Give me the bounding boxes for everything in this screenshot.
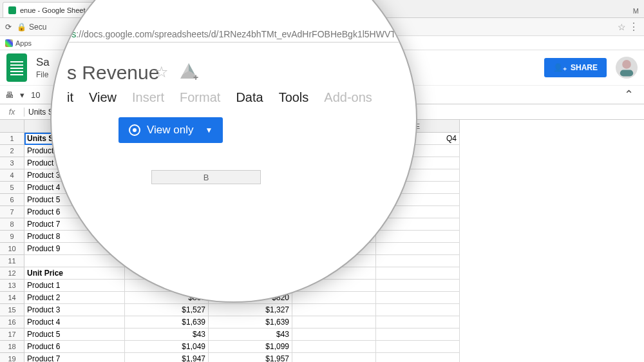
cell[interactable] xyxy=(292,157,376,169)
profile-letter[interactable]: M xyxy=(633,7,639,15)
row-header[interactable]: 4 xyxy=(0,169,24,182)
cell[interactable]: $1,947 xyxy=(125,353,209,362)
cell[interactable]: $914 xyxy=(125,280,209,292)
browser-tab-active[interactable]: enue - Google Sheet × xyxy=(3,2,101,17)
cell[interactable] xyxy=(376,169,460,182)
cell[interactable]: Q4 xyxy=(376,133,460,145)
cell[interactable] xyxy=(292,329,376,341)
cell[interactable]: $1,049 xyxy=(125,341,209,353)
cell[interactable] xyxy=(209,133,292,145)
cell[interactable] xyxy=(292,218,376,231)
cell[interactable] xyxy=(209,157,292,169)
cell[interactable] xyxy=(292,304,376,316)
row-header[interactable]: 11 xyxy=(0,255,24,267)
cell[interactable] xyxy=(209,267,292,280)
cell[interactable] xyxy=(209,255,292,267)
browser-tab-inactive[interactable]: Product Inventory - Google Sh… × xyxy=(102,2,225,17)
cell[interactable]: Product 3 xyxy=(24,304,125,316)
cell[interactable] xyxy=(292,280,376,292)
row-header[interactable]: 9 xyxy=(0,231,24,243)
document-title[interactable]: Sa xyxy=(36,56,50,69)
cell[interactable]: Product 9 xyxy=(24,243,125,255)
cell[interactable]: 6841 xyxy=(209,231,292,243)
cell[interactable] xyxy=(125,255,209,267)
cell[interactable]: Product 2 xyxy=(24,157,125,169)
zoom-level[interactable]: 10 xyxy=(31,90,40,100)
cell[interactable]: 7544 xyxy=(209,206,292,218)
collapse-toolbar-icon[interactable]: ⌃ xyxy=(624,88,634,102)
cell[interactable] xyxy=(376,157,460,169)
close-icon[interactable]: × xyxy=(214,5,220,15)
cell[interactable]: $1,639 xyxy=(125,316,209,329)
cell[interactable]: Product 1 xyxy=(24,280,125,292)
cell[interactable]: 8357 xyxy=(209,218,292,231)
cell[interactable]: $1,327 xyxy=(209,304,292,316)
cell[interactable]: Product 1 xyxy=(24,145,125,157)
cell[interactable] xyxy=(292,341,376,353)
cell[interactable] xyxy=(125,267,209,280)
cell[interactable]: $1,957 xyxy=(209,353,292,362)
cell[interactable] xyxy=(376,316,460,329)
cell[interactable]: Product 4 xyxy=(24,316,125,329)
cell[interactable]: 507 xyxy=(125,243,209,255)
row-header[interactable]: 13 xyxy=(0,280,24,292)
cell[interactable] xyxy=(376,182,460,194)
row-header[interactable]: 2 xyxy=(0,145,24,157)
cell[interactable] xyxy=(376,218,460,231)
row-header[interactable]: 17 xyxy=(0,329,24,341)
cell[interactable] xyxy=(376,267,460,280)
cell[interactable]: 5890 xyxy=(125,218,209,231)
row-header[interactable]: 14 xyxy=(0,292,24,304)
cell[interactable] xyxy=(125,133,209,145)
apps-label[interactable]: Apps xyxy=(15,39,32,47)
share-button[interactable]: 👤₊ SHARE xyxy=(544,58,607,77)
reload-icon[interactable]: ⟳ xyxy=(5,23,12,32)
cell[interactable]: $954 xyxy=(209,280,292,292)
cell[interactable] xyxy=(292,292,376,304)
cell[interactable] xyxy=(209,182,292,194)
cell[interactable]: Product 3 xyxy=(24,169,125,182)
account-avatar-icon[interactable] xyxy=(616,57,638,79)
cell[interactable]: $880 xyxy=(125,292,209,304)
col-header-e[interactable]: E xyxy=(376,120,460,133)
row-header[interactable]: 5 xyxy=(0,182,24,194)
cell[interactable] xyxy=(376,255,460,267)
cell[interactable]: $1,527 xyxy=(125,304,209,316)
cell[interactable] xyxy=(292,182,376,194)
cell[interactable] xyxy=(292,206,376,218)
menu-bar[interactable]: File xyxy=(36,70,50,79)
col-header-b[interactable]: B xyxy=(125,120,209,133)
cell[interactable]: $820 xyxy=(209,292,292,304)
cell[interactable] xyxy=(125,157,209,169)
cell[interactable]: Product 8 xyxy=(24,231,125,243)
col-header-a[interactable]: A xyxy=(24,120,125,133)
cell[interactable] xyxy=(292,194,376,206)
cell[interactable] xyxy=(125,169,209,182)
row-header[interactable]: 7 xyxy=(0,206,24,218)
cell[interactable] xyxy=(24,255,125,267)
row-header[interactable]: 15 xyxy=(0,304,24,316)
cell[interactable] xyxy=(376,353,460,362)
row-header[interactable]: 18 xyxy=(0,341,24,353)
select-all-corner[interactable] xyxy=(0,120,24,133)
cell[interactable]: Units Sold xyxy=(24,133,125,145)
cell[interactable] xyxy=(376,145,460,157)
cell[interactable] xyxy=(209,145,292,157)
cell[interactable]: $1,639 xyxy=(209,316,292,329)
col-header-c[interactable]: C xyxy=(209,120,292,133)
cell[interactable]: $1,099 xyxy=(209,341,292,353)
apps-icon[interactable] xyxy=(5,39,13,47)
address-bar[interactable]: ⟳ 🔒 Secu ☆ ⋮ xyxy=(0,18,644,36)
cell[interactable] xyxy=(292,231,376,243)
row-header[interactable]: 19 xyxy=(0,353,24,362)
cell[interactable]: Unit Price xyxy=(24,267,125,280)
cell[interactable]: 7304 xyxy=(125,194,209,206)
cell[interactable]: Product 6 xyxy=(24,341,125,353)
cell[interactable] xyxy=(376,243,460,255)
row-header[interactable]: 3 xyxy=(0,157,24,169)
row-header[interactable]: 12 xyxy=(0,267,24,280)
cell[interactable]: 1714 xyxy=(209,194,292,206)
cell[interactable]: 6411 xyxy=(125,231,209,243)
cell[interactable] xyxy=(209,169,292,182)
col-header-d[interactable]: D xyxy=(292,120,376,133)
